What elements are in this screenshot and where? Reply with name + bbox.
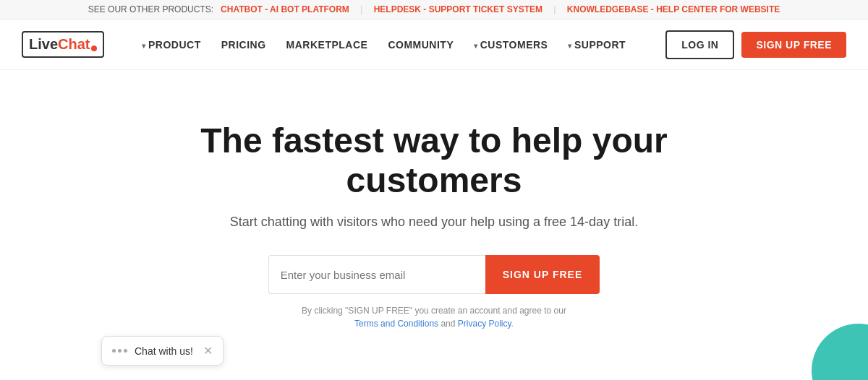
nav-actions: LOG IN SIGN UP FREE bbox=[665, 30, 846, 59]
chevron-down-icon-3: ▾ bbox=[568, 42, 572, 50]
nav-link-customers[interactable]: ▾CUSTOMERS bbox=[465, 33, 556, 56]
login-button[interactable]: LOG IN bbox=[665, 30, 734, 59]
nav-link-marketplace[interactable]: MARKETPLACE bbox=[278, 33, 377, 56]
navbar: LiveChat ▾PRODUCT PRICING MARKETPLACE CO… bbox=[0, 20, 868, 70]
chat-dot-2 bbox=[118, 349, 122, 353]
nav-links: ▾PRODUCT PRICING MARKETPLACE COMMUNITY ▾… bbox=[133, 38, 665, 51]
logo-chat: Chat bbox=[58, 36, 90, 53]
nav-link-product[interactable]: ▾PRODUCT bbox=[133, 33, 209, 56]
fine-print-before: By clicking "SIGN UP FREE" you create an… bbox=[302, 306, 566, 316]
nav-item-customers: ▾CUSTOMERS bbox=[465, 38, 556, 51]
fine-print-mid: and bbox=[438, 319, 458, 329]
nav-link-community[interactable]: COMMUNITY bbox=[379, 33, 462, 56]
hero-headline: The fastest way to help your customers bbox=[145, 121, 723, 200]
signup-form: SIGN UP FREE bbox=[14, 255, 854, 294]
nav-item-product: ▾PRODUCT bbox=[133, 38, 209, 51]
logo[interactable]: LiveChat bbox=[22, 31, 104, 58]
logo-bubble-decoration bbox=[91, 46, 97, 51]
nav-item-pricing: PRICING bbox=[213, 38, 275, 51]
hero-subtitle: Start chatting with visitors who need yo… bbox=[217, 215, 651, 230]
top-bar: SEE OUR OTHER PRODUCTS: CHATBOT - AI BOT… bbox=[0, 0, 868, 20]
chat-dot-3 bbox=[124, 349, 127, 353]
chevron-down-icon: ▾ bbox=[142, 42, 146, 50]
fine-print-after: . bbox=[511, 319, 514, 329]
chat-close-icon[interactable]: ✕ bbox=[203, 344, 213, 358]
nav-link-pricing[interactable]: PRICING bbox=[213, 33, 275, 56]
nav-item-marketplace: MARKETPLACE bbox=[278, 38, 377, 51]
nav-link-support[interactable]: ▾SUPPORT bbox=[559, 33, 634, 56]
top-bar-prefix: SEE OUR OTHER PRODUCTS: bbox=[88, 4, 213, 14]
nav-item-community: COMMUNITY bbox=[379, 38, 462, 51]
logo-live: Live bbox=[29, 36, 58, 53]
email-input[interactable] bbox=[268, 255, 485, 294]
chat-widget[interactable]: Chat with us! ✕ bbox=[101, 336, 224, 366]
chevron-down-icon-2: ▾ bbox=[474, 42, 478, 50]
signup-nav-button[interactable]: SIGN UP FREE bbox=[741, 32, 846, 58]
fine-print: By clicking "SIGN UP FREE" you create an… bbox=[289, 304, 579, 330]
signup-hero-button[interactable]: SIGN UP FREE bbox=[485, 255, 600, 294]
chat-widget-label: Chat with us! bbox=[135, 345, 193, 357]
privacy-link[interactable]: Privacy Policy bbox=[458, 319, 511, 329]
terms-link[interactable]: Terms and Conditions bbox=[354, 319, 438, 329]
top-bar-kb-link[interactable]: KNOWLEDGEBASE - HELP CENTER FOR WEBSITE bbox=[567, 4, 780, 14]
hero-section: The fastest way to help your customers S… bbox=[0, 70, 868, 366]
top-bar-helpdesk-link[interactable]: HELPDESK - SUPPORT TICKET SYSTEM bbox=[374, 4, 542, 14]
chat-dots bbox=[112, 349, 127, 353]
nav-item-support: ▾SUPPORT bbox=[559, 38, 634, 51]
top-bar-chatbot-link[interactable]: CHATBOT - AI BOT PLATFORM bbox=[221, 4, 349, 14]
separator-2: | bbox=[553, 4, 556, 14]
separator-1: | bbox=[360, 4, 362, 14]
chat-dot-1 bbox=[112, 349, 116, 353]
